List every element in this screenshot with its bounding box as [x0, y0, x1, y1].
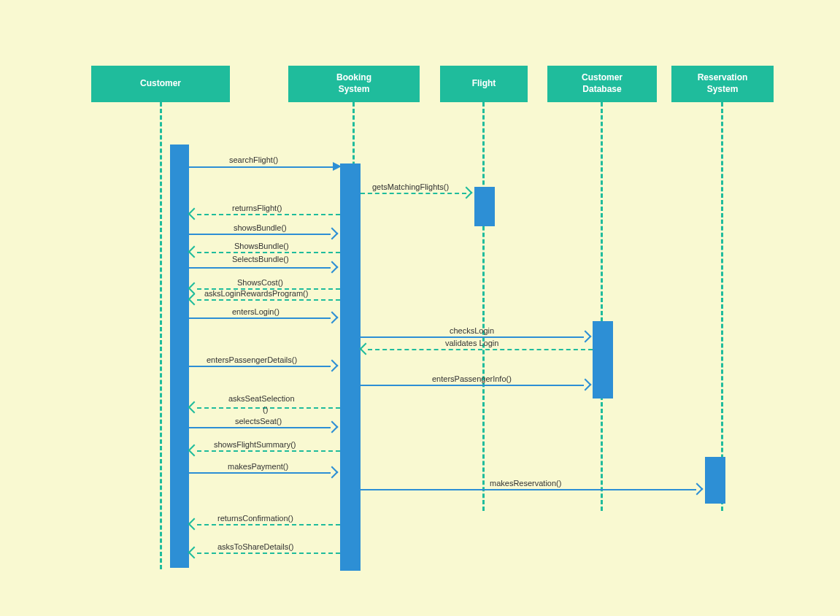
- msg-askslogin: asksLoginRewardsProgram(): [204, 289, 308, 298]
- actor-label: Customer Database: [582, 72, 623, 95]
- actor-flight: Flight: [440, 66, 528, 102]
- msg-asksseatselection: asksSeatSelection: [228, 394, 295, 403]
- msg-validateslogin: validates Login: [445, 339, 498, 347]
- activation-booking: [340, 163, 361, 571]
- activation-flight: [474, 187, 495, 226]
- lifeline-reservation: [721, 102, 723, 511]
- arrowhead-icon: [326, 466, 339, 479]
- arrowhead-icon: [326, 360, 339, 372]
- msg-showsflightsummary: showsFlightSummary(): [214, 440, 296, 449]
- arrow: [189, 427, 331, 428]
- arrowhead-icon: [188, 208, 201, 220]
- lifeline-flight: [482, 102, 485, 511]
- arrow: [189, 234, 331, 235]
- arrowhead-icon: [188, 518, 201, 531]
- msg-makesreservation: makesReservation(): [490, 479, 561, 488]
- arrowhead-icon: [461, 187, 473, 199]
- arrow: [197, 450, 340, 452]
- msg-showsbundle2: ShowsBundle(): [234, 242, 289, 250]
- arrowhead-icon: [579, 331, 592, 343]
- arrow: [368, 349, 593, 350]
- lifeline-customer: [160, 102, 162, 569]
- sequence-diagram: Customer Booking System Flight Customer …: [0, 0, 840, 616]
- arrow: [189, 472, 331, 474]
- arrowhead-icon: [691, 483, 704, 496]
- actor-customer-database: Customer Database: [547, 66, 657, 102]
- arrowhead-icon: [333, 162, 342, 171]
- arrow: [197, 553, 340, 554]
- arrowhead-icon: [188, 246, 201, 258]
- msg-asksseatselection-b: (): [263, 405, 268, 414]
- msg-checkslogin: checksLogin: [450, 326, 494, 335]
- msg-enterspassengerinfo: entersPassengerInfo(): [432, 374, 512, 383]
- msg-showscost: ShowsCost(): [237, 278, 283, 287]
- actor-label: Reservation System: [698, 72, 748, 95]
- msg-selectsbundle: SelectsBundle(): [232, 255, 289, 263]
- lifeline-db: [601, 102, 603, 511]
- activation-reservation: [705, 457, 725, 504]
- msg-makespayment: makesPayment(): [228, 462, 288, 471]
- arrow: [197, 299, 340, 301]
- actor-label: Booking System: [336, 72, 371, 95]
- msg-returnsflight: returnsFlight(): [232, 204, 282, 212]
- arrowhead-icon: [326, 228, 339, 240]
- arrowhead-icon: [326, 312, 339, 324]
- msg-enterslogin: entersLogin(): [232, 307, 280, 316]
- msg-searchflight: searchFlight(): [229, 155, 278, 164]
- actor-reservation-system: Reservation System: [671, 66, 774, 102]
- arrowhead-icon: [188, 293, 201, 306]
- arrowhead-icon: [188, 444, 201, 457]
- arrow: [197, 524, 340, 525]
- msg-getsmatchingflights: getsMatchingFlights(): [372, 182, 449, 191]
- arrowhead-icon: [579, 379, 592, 391]
- msg-selectsseat: selectsSeat(): [235, 417, 282, 426]
- activation-customer: [170, 145, 189, 568]
- actor-booking-system: Booking System: [288, 66, 420, 102]
- msg-showsbundle: showsBundle(): [234, 223, 287, 232]
- arrow: [197, 214, 340, 215]
- arrow: [189, 166, 335, 168]
- msg-askstosharedetails: asksToShareDetails(): [217, 542, 294, 551]
- arrowhead-icon: [188, 547, 201, 559]
- arrow: [361, 336, 584, 338]
- arrowhead-icon: [188, 401, 201, 414]
- arrow: [197, 407, 340, 409]
- actor-label: Flight: [472, 78, 496, 90]
- arrow: [361, 489, 696, 490]
- arrow: [189, 366, 331, 367]
- arrowhead-icon: [326, 421, 339, 434]
- msg-enterspassengerdetails: entersPassengerDetails(): [207, 355, 297, 364]
- activation-db: [593, 321, 613, 399]
- arrow: [361, 193, 466, 194]
- arrow: [189, 267, 331, 269]
- arrow: [361, 385, 584, 386]
- actor-label: Customer: [140, 78, 181, 90]
- msg-returnsconfirmation: returnsConfirmation(): [217, 514, 293, 523]
- arrowhead-icon: [360, 343, 372, 355]
- arrow: [197, 252, 340, 253]
- arrowhead-icon: [326, 261, 339, 274]
- arrow: [189, 317, 331, 319]
- actor-customer: Customer: [91, 66, 230, 102]
